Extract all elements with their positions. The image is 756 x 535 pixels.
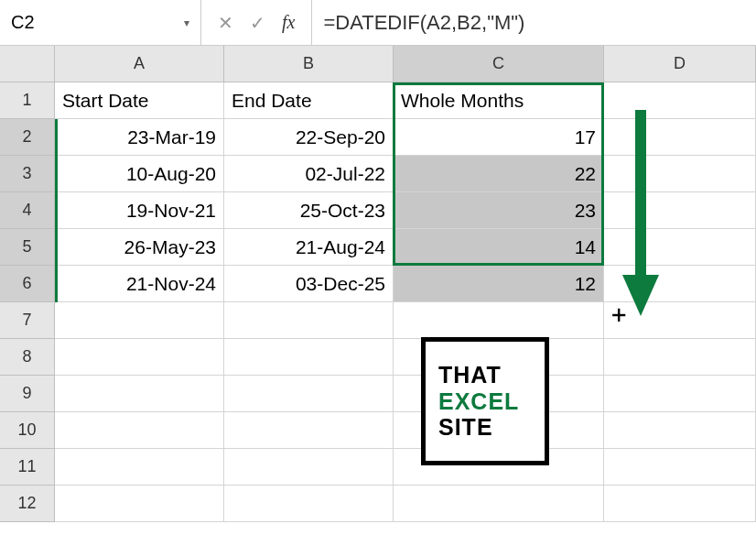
cell-c12[interactable] xyxy=(394,486,604,522)
cell-a4[interactable]: 19-Nov-21 xyxy=(55,192,224,229)
cell-d10[interactable] xyxy=(604,412,756,449)
cell-c1[interactable]: Whole Months xyxy=(394,82,604,119)
row-header-6[interactable]: 6 xyxy=(0,266,55,302)
cell-b6[interactable]: 03-Dec-25 xyxy=(224,266,394,302)
cell-a6[interactable]: 21-Nov-24 xyxy=(55,266,224,302)
formula-input[interactable]: =DATEDIF(A2,B2,"M") xyxy=(312,11,756,35)
cell-c2[interactable]: 17 xyxy=(394,119,604,156)
cell-c6[interactable]: 12 xyxy=(394,266,604,302)
logo-that-excel-site: THAT EXCEL SITE xyxy=(421,337,549,465)
arrow-down-icon xyxy=(622,110,659,321)
row-header-9[interactable]: 9 xyxy=(0,376,55,412)
cell-a7[interactable] xyxy=(55,302,224,339)
cell-a10[interactable] xyxy=(55,412,224,449)
cell-d11[interactable] xyxy=(604,449,756,486)
col-header-d[interactable]: D xyxy=(604,46,756,82)
col-header-c[interactable]: C xyxy=(394,46,604,82)
col-header-a[interactable]: A xyxy=(55,46,224,82)
select-all-corner[interactable] xyxy=(0,46,55,82)
row-header-8[interactable]: 8 xyxy=(0,339,55,376)
cell-a1[interactable]: Start Date xyxy=(55,82,224,119)
logo-line1: THAT xyxy=(438,362,545,388)
row-header-10[interactable]: 10 xyxy=(0,412,55,449)
row-header-3[interactable]: 3 xyxy=(0,156,55,192)
cell-b1[interactable]: End Date xyxy=(224,82,394,119)
name-box[interactable]: C2 ▾ xyxy=(0,0,201,45)
cell-b4[interactable]: 25-Oct-23 xyxy=(224,192,394,229)
cell-c7[interactable] xyxy=(394,302,604,339)
cell-c4[interactable]: 23 xyxy=(394,192,604,229)
row-header-11[interactable]: 11 xyxy=(0,449,55,486)
logo-line2: EXCEL xyxy=(438,388,545,415)
formula-controls: ✕ ✓ fx xyxy=(201,0,312,45)
fill-handle-cursor-icon[interactable]: ✚ xyxy=(610,304,627,328)
cell-a5[interactable]: 26-May-23 xyxy=(55,229,224,266)
cell-b3[interactable]: 02-Jul-22 xyxy=(224,156,394,192)
cell-b9[interactable] xyxy=(224,376,394,412)
row-header-4[interactable]: 4 xyxy=(0,192,55,229)
formula-bar: C2 ▾ ✕ ✓ fx =DATEDIF(A2,B2,"M") xyxy=(0,0,756,46)
cell-d12[interactable] xyxy=(604,486,756,522)
row-header-12[interactable]: 12 xyxy=(0,486,55,522)
cell-c5[interactable]: 14 xyxy=(394,229,604,266)
cell-b11[interactable] xyxy=(224,449,394,486)
cell-a9[interactable] xyxy=(55,376,224,412)
cell-b8[interactable] xyxy=(224,339,394,376)
cell-a2[interactable]: 23-Mar-19 xyxy=(55,119,224,156)
row-header-7[interactable]: 7 xyxy=(0,302,55,339)
logo-line3: SITE xyxy=(438,414,545,441)
cell-a11[interactable] xyxy=(55,449,224,486)
cell-a3[interactable]: 10-Aug-20 xyxy=(55,156,224,192)
cell-a12[interactable] xyxy=(55,486,224,522)
cell-b2[interactable]: 22-Sep-20 xyxy=(224,119,394,156)
fx-icon[interactable]: fx xyxy=(282,12,295,33)
cell-d9[interactable] xyxy=(604,376,756,412)
name-box-value: C2 xyxy=(11,12,35,33)
row-header-5[interactable]: 5 xyxy=(0,229,55,266)
confirm-icon[interactable]: ✓ xyxy=(250,12,265,34)
col-header-b[interactable]: B xyxy=(224,46,394,82)
cell-b5[interactable]: 21-Aug-24 xyxy=(224,229,394,266)
row-header-2[interactable]: 2 xyxy=(0,119,55,156)
cell-b12[interactable] xyxy=(224,486,394,522)
cancel-icon[interactable]: ✕ xyxy=(218,12,233,34)
chevron-down-icon[interactable]: ▾ xyxy=(184,16,189,29)
cell-b10[interactable] xyxy=(224,412,394,449)
cell-a8[interactable] xyxy=(55,339,224,376)
cell-b7[interactable] xyxy=(224,302,394,339)
row-selection-indicator xyxy=(55,119,58,302)
cell-c3[interactable]: 22 xyxy=(394,156,604,192)
cell-d8[interactable] xyxy=(604,339,756,376)
row-header-1[interactable]: 1 xyxy=(0,82,55,119)
